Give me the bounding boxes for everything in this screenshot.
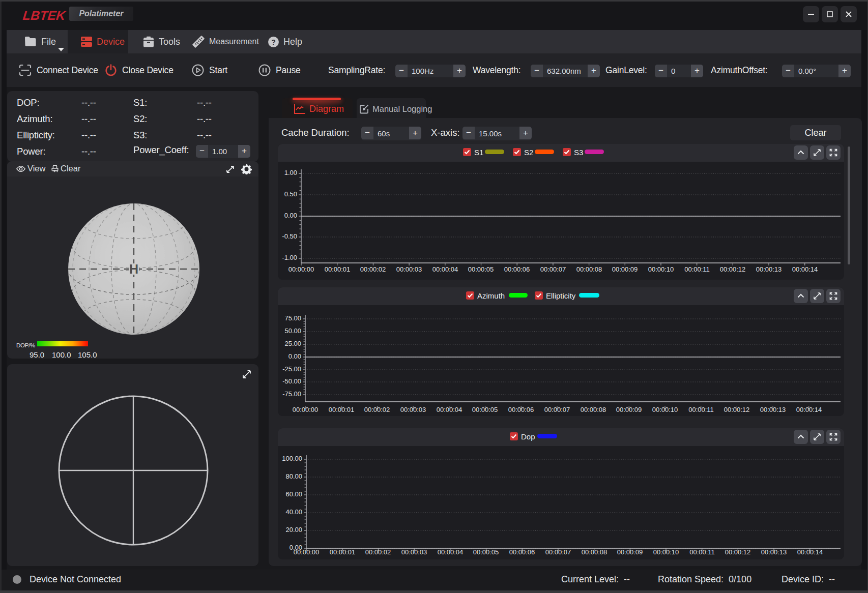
svg-text:H: H [129,262,138,276]
svg-text:?: ? [271,38,276,46]
